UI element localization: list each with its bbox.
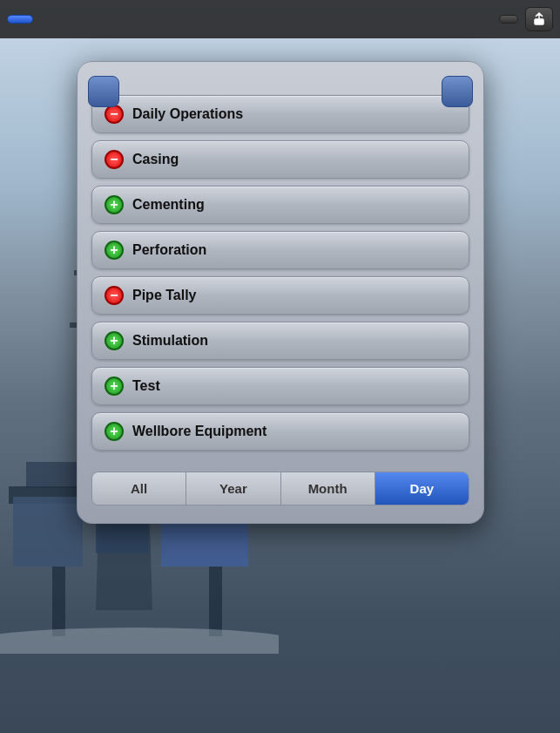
share-icon bbox=[532, 12, 546, 26]
activity-item-cementing[interactable]: Cementing bbox=[91, 186, 469, 224]
tab-all[interactable]: All bbox=[92, 472, 186, 505]
top-bar bbox=[0, 0, 560, 38]
close-button[interactable] bbox=[7, 15, 33, 24]
daily-operations-label: Daily Operations bbox=[132, 106, 243, 122]
test-label: Test bbox=[132, 378, 160, 394]
perforation-label: Perforation bbox=[132, 242, 206, 258]
share-button[interactable] bbox=[525, 7, 553, 31]
stimulation-icon bbox=[105, 331, 124, 350]
top-bar-actions bbox=[499, 7, 553, 31]
activity-item-casing[interactable]: Casing bbox=[91, 140, 469, 179]
time-filter-tabs: AllYearMonthDay bbox=[91, 472, 469, 506]
activity-list: Daily OperationsCasingCementingPerforati… bbox=[91, 95, 469, 451]
svg-rect-16 bbox=[209, 567, 222, 636]
activity-item-stimulation[interactable]: Stimulation bbox=[91, 322, 469, 360]
svg-point-17 bbox=[0, 628, 279, 654]
svg-rect-15 bbox=[52, 567, 65, 636]
svg-rect-12 bbox=[13, 497, 83, 567]
casing-icon bbox=[105, 150, 124, 169]
activity-item-perforation[interactable]: Perforation bbox=[91, 231, 469, 269]
stimulation-label: Stimulation bbox=[132, 333, 208, 349]
activity-item-daily-operations[interactable]: Daily Operations bbox=[91, 95, 469, 133]
wellbore-equipment-label: Wellbore Equipment bbox=[132, 424, 267, 439]
casing-label: Casing bbox=[132, 152, 179, 167]
daily-operations-icon bbox=[105, 105, 124, 124]
pipe-tally-icon bbox=[105, 286, 124, 305]
activity-item-pipe-tally[interactable]: Pipe Tally bbox=[91, 276, 469, 315]
tab-year[interactable]: Year bbox=[186, 472, 280, 505]
perforation-icon bbox=[105, 241, 124, 260]
activities-card: Daily OperationsCasingCementingPerforati… bbox=[77, 61, 484, 524]
test-icon bbox=[105, 377, 124, 396]
pipe-tally-label: Pipe Tally bbox=[132, 288, 197, 303]
tab-month[interactable]: Month bbox=[281, 472, 375, 505]
activity-item-test[interactable]: Test bbox=[91, 367, 469, 405]
next-day-button[interactable] bbox=[442, 76, 473, 107]
cementing-icon bbox=[105, 195, 124, 214]
wellbore-equipment-icon bbox=[105, 422, 124, 441]
sync-button[interactable] bbox=[499, 15, 518, 24]
tab-day[interactable]: Day bbox=[375, 472, 469, 505]
activity-item-wellbore-equipment[interactable]: Wellbore Equipment bbox=[91, 412, 469, 451]
prev-day-button[interactable] bbox=[88, 76, 119, 107]
cementing-label: Cementing bbox=[132, 197, 205, 213]
card-title bbox=[91, 76, 469, 79]
